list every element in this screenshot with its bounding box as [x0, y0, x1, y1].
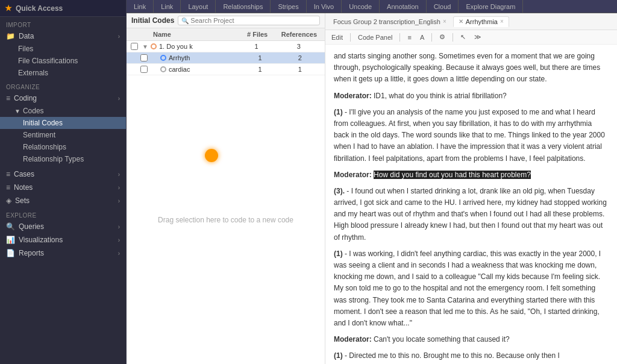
tab-relationships[interactable]: Relationships — [216, 0, 271, 13]
tab-cloud[interactable]: Cloud — [427, 0, 459, 13]
sidebar-item-ic-label: Initial Codes — [23, 119, 63, 127]
tab-link1[interactable]: Link — [127, 0, 154, 13]
moderator-label-7: Moderator: — [334, 335, 372, 344]
code-checkbox-cardiac[interactable] — [140, 66, 148, 73]
explore-section-label: EXPLORE — [0, 207, 126, 220]
sidebar-item-initial-codes[interactable]: Initial Codes — [0, 117, 126, 129]
speaker-num-3: (1) — [334, 108, 343, 116]
sidebar-item-externals[interactable]: Externals — [0, 67, 126, 79]
sidebar-item-codes[interactable]: ▼ Codes — [0, 105, 126, 117]
main-area: Link Link Layout Relationships Stripes I… — [127, 0, 617, 364]
sidebar-item-queries[interactable]: 🔍 Queries › — [0, 220, 126, 233]
queries-icon: 🔍 — [6, 222, 15, 231]
tab-focus-group[interactable]: Focus Group 2 transcription_English × — [328, 16, 452, 27]
col-header-files: # Files — [237, 31, 278, 38]
sidebar-item-fc-label: File Classifications — [18, 57, 78, 65]
sidebar-item-relationship-types[interactable]: Relationship Types — [0, 153, 126, 165]
text-paragraph-3: (1) - I'll give you an analysis of the n… — [334, 107, 609, 165]
tab-in-vivo[interactable]: In Vivo — [307, 0, 342, 13]
tab-explore-diagram[interactable]: Explore Diagram — [459, 0, 523, 13]
text-paragraph-4: Moderator: How did you find out you had … — [334, 169, 609, 181]
code-checkbox-do-you-k[interactable] — [131, 43, 138, 50]
sidebar-item-viz-label: Visualizations — [19, 236, 63, 244]
sidebar-item-relationships[interactable]: Relationships — [0, 141, 126, 153]
sets-chevron: › — [118, 198, 120, 204]
sidebar-item-notes[interactable]: ≡ Notes › — [0, 181, 126, 194]
queries-chevron: › — [118, 224, 120, 230]
code-circle-arrhyth — [160, 55, 166, 61]
text-body-1: and starts singing another song. Sometim… — [334, 52, 600, 83]
quick-access-header: ★ Quick Access — [0, 0, 126, 17]
toolbar-separator-2 — [399, 33, 400, 42]
text-body-2: ID1, what do you think is atrial fibrill… — [372, 92, 507, 100]
text-paragraph-7: Moderator: Can't you locate something th… — [334, 334, 609, 345]
code-refs-do-you-k: 3 — [278, 43, 320, 50]
tab-fg-close[interactable]: × — [443, 18, 446, 25]
import-section-label: IMPORT — [0, 17, 126, 30]
viz-chevron: › — [118, 237, 120, 243]
code-circle-cardiac — [160, 66, 166, 72]
codes-search-box[interactable]: 🔍 — [178, 16, 320, 25]
tab-link2[interactable]: Link — [154, 0, 181, 13]
sidebar-item-sets[interactable]: ◈ Sets › — [0, 194, 126, 207]
coding-chevron: › — [118, 95, 120, 102]
text-paragraph-8: (1) - Directed me to this no. Brought me… — [334, 350, 609, 362]
search-input[interactable] — [190, 17, 316, 24]
sidebar-item-queries-label: Queries — [19, 222, 44, 231]
code-label-cardiac: cardiac — [169, 66, 190, 73]
text-paragraph-1: and starts singing another song. Sometim… — [334, 51, 609, 86]
code-panel-button[interactable]: Code Panel — [355, 33, 395, 42]
coding-icon: ≡ — [6, 94, 10, 102]
sidebar-item-coding-label: Coding — [14, 94, 37, 102]
sidebar-item-cases-label: Cases — [14, 170, 34, 178]
reports-chevron: › — [118, 250, 120, 257]
text-body-3: - I'll give you an analysis of the name … — [334, 108, 605, 163]
code-checkbox-arrhyth[interactable] — [140, 54, 148, 61]
sidebar-item-files[interactable]: Files — [0, 43, 126, 55]
tab-layout[interactable]: Layout — [181, 0, 216, 13]
text-body-8: - Directed me to this no. Brought me to … — [343, 351, 560, 360]
toolbar-gear[interactable]: ⚙ — [437, 33, 448, 42]
toolbar-align[interactable]: ≡ — [405, 33, 413, 42]
code-refs-cardiac: 1 — [280, 66, 320, 73]
tab-uncode[interactable]: Uncode — [342, 0, 380, 13]
toolbar-separator-4 — [453, 33, 453, 42]
toolbar-cursor[interactable]: ↖ — [458, 33, 468, 42]
text-pane: Focus Group 2 transcription_English × ✕ … — [325, 13, 617, 364]
highlighted-text-4: How did you find out you had this heart … — [374, 171, 531, 179]
sidebar-item-sentiment-label: Sentiment — [23, 131, 55, 139]
sidebar-item-data[interactable]: 📁 Data › — [0, 30, 126, 43]
star-icon: ★ — [5, 4, 12, 13]
sidebar-item-visualizations[interactable]: 📊 Visualizations › — [0, 233, 126, 246]
sidebar-item-externals-label: Externals — [18, 69, 48, 77]
code-label-do-you-k: 1. Do you k — [159, 43, 193, 50]
sidebar-item-reports[interactable]: 📄 Reports › — [0, 246, 126, 260]
sidebar-item-sentiment[interactable]: Sentiment — [0, 129, 126, 141]
text-body-6: - I was working, I didn't feel anything … — [334, 249, 601, 327]
code-files-arrhyth: 1 — [240, 54, 280, 61]
notes-icon: ≡ — [6, 183, 10, 192]
code-row-cardiac[interactable]: cardiac 1 1 — [127, 64, 325, 75]
tab-annotation[interactable]: Annotation — [380, 0, 427, 13]
content-area: Initial Codes 🔍 Name # Files References … — [127, 13, 617, 364]
sidebar-item-coding[interactable]: ≡ Coding › — [0, 92, 126, 105]
sidebar-item-file-classifications[interactable]: File Classifications — [0, 55, 126, 67]
text-pane-toolbar: Edit Code Panel ≡ A ⚙ ↖ ≫ — [325, 30, 617, 45]
cases-chevron: › — [118, 171, 120, 178]
toolbar-extra[interactable]: ≫ — [472, 33, 484, 42]
sidebar-item-cases[interactable]: ≡ Cases › — [0, 168, 126, 181]
text-pane-tabs: Focus Group 2 transcription_English × ✕ … — [325, 13, 617, 30]
codes-table-header: Name # Files References — [127, 28, 325, 41]
code-row-arrhyth[interactable]: Arrhyth 1 2 — [127, 52, 325, 64]
toolbar-font[interactable]: A — [418, 33, 427, 42]
sidebar-item-reports-label: Reports — [19, 249, 44, 257]
moderator-label-4: Moderator: — [334, 171, 372, 179]
sets-icon: ◈ — [6, 196, 11, 205]
text-body-5: - I found out when I started drinking a … — [334, 187, 607, 242]
cases-icon: ≡ — [6, 170, 10, 178]
edit-button[interactable]: Edit — [329, 33, 345, 42]
tab-arrhythmia[interactable]: ✕ Arrhythmia × — [453, 16, 509, 27]
tab-arrhythmia-close[interactable]: × — [500, 18, 504, 25]
tab-stripes[interactable]: Stripes — [271, 0, 306, 13]
code-row-do-you-k[interactable]: ▼ 1. Do you k 1 3 — [127, 41, 325, 52]
